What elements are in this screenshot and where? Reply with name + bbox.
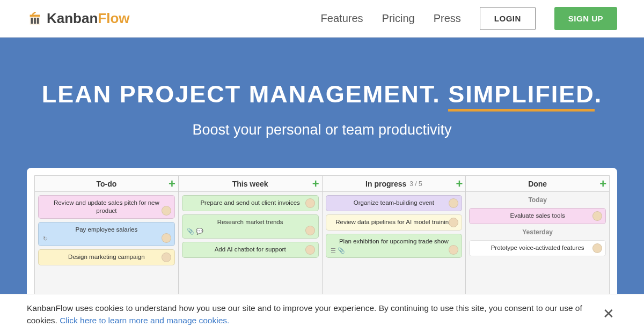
hero-title: LEAN PROJECT MANAGEMENT. SIMPLIFIED. — [0, 80, 644, 108]
logo[interactable]: KanbanFlow — [27, 10, 130, 27]
card[interactable]: Research market trends📎 💬 — [182, 214, 319, 239]
nav: Features Pricing Press LOGIN SIGN UP — [321, 7, 617, 30]
card[interactable]: Add AI chatbot for support — [182, 242, 319, 258]
column-body: Organize team-building event Review data… — [323, 192, 466, 307]
cookie-text: KanbanFlow uses cookies to understand ho… — [27, 302, 589, 327]
avatar — [162, 253, 171, 262]
avatar — [592, 243, 602, 253]
card[interactable]: Review and update sales pitch for new pr… — [38, 195, 175, 219]
avatar — [305, 226, 315, 235]
avatar — [162, 233, 171, 243]
login-button[interactable]: LOGIN — [480, 7, 536, 30]
group-label: Today — [469, 195, 606, 205]
logo-text: KanbanFlow — [47, 10, 130, 27]
column-body: Today Evaluate sales tools Yesterday Pro… — [466, 192, 609, 307]
card[interactable]: Design marketing campaign — [38, 249, 175, 265]
signup-button[interactable]: SIGN UP — [554, 7, 617, 30]
card[interactable]: Pay employee salaries↻ — [38, 222, 175, 246]
cookie-banner: KanbanFlow uses cookies to understand ho… — [0, 294, 644, 335]
board-frame: To-do + Review and update sales pitch fo… — [27, 168, 617, 307]
kanbanflow-logo-icon — [27, 11, 43, 27]
column-header: In progress3 / 5 + — [323, 176, 466, 192]
hero: LEAN PROJECT MANAGEMENT. SIMPLIFIED. Boo… — [0, 38, 644, 300]
add-card-icon[interactable]: + — [312, 178, 319, 190]
column-this-week: This week + Prepare and send out client … — [179, 176, 323, 307]
close-icon[interactable]: ✕ — [600, 303, 617, 325]
nav-features[interactable]: Features — [321, 12, 363, 25]
card[interactable]: Prototype voice-activated features — [469, 240, 606, 256]
card[interactable]: Review data pipelines for AI model train… — [326, 214, 463, 231]
column-in-progress: In progress3 / 5 + Organize team-buildin… — [323, 176, 466, 307]
nav-press[interactable]: Press — [434, 12, 461, 25]
group-label: Yesterday — [469, 227, 606, 237]
column-done: Done + Today Evaluate sales tools Yester… — [466, 176, 609, 307]
avatar — [305, 245, 315, 255]
avatar — [305, 198, 315, 208]
column-body: Review and update sales pitch for new pr… — [35, 192, 178, 307]
card[interactable]: Plan exhibition for upcoming trade show☰… — [326, 234, 463, 258]
avatar — [162, 206, 171, 216]
column-header: Done + — [466, 176, 609, 192]
header: KanbanFlow Features Pricing Press LOGIN … — [0, 0, 644, 38]
kanban-board: To-do + Review and update sales pitch fo… — [34, 175, 610, 307]
column-header: This week + — [179, 176, 322, 192]
add-card-icon[interactable]: + — [456, 178, 463, 190]
nav-pricing[interactable]: Pricing — [382, 12, 415, 25]
avatar — [592, 211, 602, 221]
column-header: To-do + — [35, 176, 178, 192]
column-body: Prepare and send out client invoices Res… — [179, 192, 322, 307]
card[interactable]: Prepare and send out client invoices — [182, 195, 319, 211]
card[interactable]: Organize team-building event — [326, 195, 463, 211]
column-todo: To-do + Review and update sales pitch fo… — [35, 176, 179, 307]
wip-count: 3 / 5 — [409, 180, 422, 188]
cookie-manage-link[interactable]: Click here to learn more and manage cook… — [60, 316, 229, 325]
card-meta: 📎 💬 — [187, 228, 314, 235]
hero-subtitle: Boost your personal or team productivity — [0, 122, 644, 138]
card-meta: ☰ 📎 — [331, 247, 458, 254]
card-meta: ↻ — [43, 235, 170, 242]
card[interactable]: Evaluate sales tools — [469, 208, 606, 224]
add-card-icon[interactable]: + — [599, 178, 606, 190]
add-card-icon[interactable]: + — [169, 178, 175, 190]
